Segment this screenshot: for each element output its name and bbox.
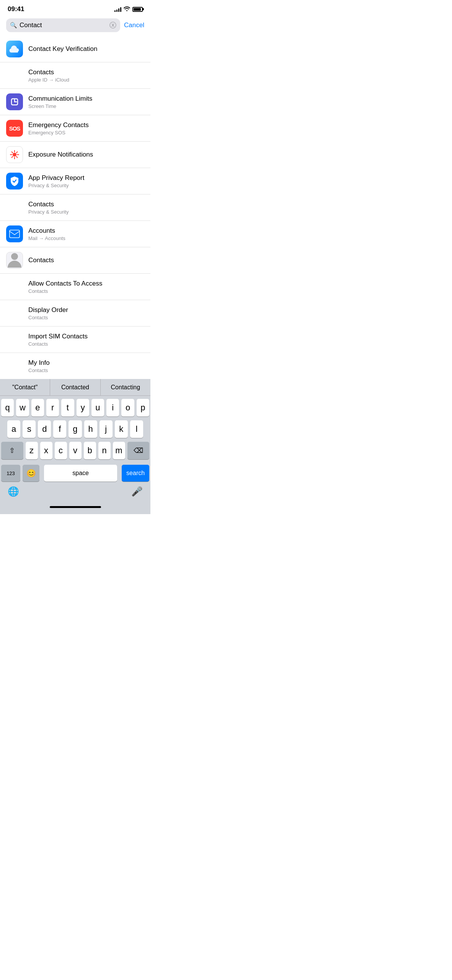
sos-icon: SOS <box>6 120 23 137</box>
clear-button[interactable]: ⓧ <box>109 22 116 29</box>
result-item-contact-key-verification[interactable]: Contact Key Verification <box>0 36 150 62</box>
result-title: Allow Contacts To Access <box>28 280 102 287</box>
result-text: Accounts Mail → Accounts <box>28 227 65 241</box>
result-subtitle: Contacts <box>28 368 50 373</box>
wifi-icon <box>124 6 130 12</box>
key-u[interactable]: u <box>91 399 104 416</box>
result-subtitle: Apple ID → iCloud <box>28 77 69 83</box>
autocomplete-item-0[interactable]: "Contact" <box>0 379 50 395</box>
result-title: Import SIM Contacts <box>28 333 88 340</box>
svg-line-11 <box>16 152 18 153</box>
key-z[interactable]: z <box>26 442 38 459</box>
key-e[interactable]: e <box>31 399 44 416</box>
autocomplete-item-1[interactable]: Contacted <box>50 379 100 395</box>
key-b[interactable]: b <box>84 442 96 459</box>
result-subtitle: Mail → Accounts <box>28 235 65 241</box>
key-w[interactable]: w <box>16 399 29 416</box>
result-text: Communication Limits Screen Time <box>28 95 92 109</box>
key-row-1: q w e r t y u i o p <box>1 399 149 416</box>
signal-icon <box>114 7 121 12</box>
result-item-exposure-notifications[interactable]: Exposure Notifications <box>0 142 150 168</box>
key-j[interactable]: j <box>100 420 113 438</box>
space-key[interactable]: space <box>44 465 117 482</box>
no-icon-placeholder <box>6 331 23 348</box>
key-row-3: ⇧ z x c v b n m ⌫ <box>1 442 149 459</box>
key-i[interactable]: i <box>106 399 119 416</box>
result-item-emergency-contacts[interactable]: SOS Emergency Contacts Emergency SOS <box>0 115 150 142</box>
results-list: Contact Key Verification Contacts Apple … <box>0 36 150 379</box>
key-m[interactable]: m <box>113 442 125 459</box>
result-text: Exposure Notifications <box>28 151 93 158</box>
result-text: Contacts Privacy & Security <box>28 201 69 215</box>
key-r[interactable]: r <box>46 399 59 416</box>
search-input-wrapper[interactable]: 🔍 ⓧ <box>6 18 120 32</box>
no-icon-placeholder <box>6 67 23 84</box>
key-n[interactable]: n <box>98 442 111 459</box>
search-input[interactable] <box>20 21 107 29</box>
shift-key[interactable]: ⇧ <box>1 442 23 459</box>
result-item-allow-contacts-access[interactable]: Allow Contacts To Access Contacts <box>0 274 150 300</box>
search-icon: 🔍 <box>10 22 17 29</box>
key-q[interactable]: q <box>1 399 14 416</box>
svg-line-9 <box>12 152 13 153</box>
key-l[interactable]: l <box>130 420 143 438</box>
result-subtitle: Contacts <box>28 341 88 347</box>
result-text: Contact Key Verification <box>28 45 97 53</box>
key-d[interactable]: d <box>38 420 51 438</box>
result-text: Contacts <box>28 256 54 264</box>
result-item-communication-limits[interactable]: Communication Limits Screen Time <box>0 89 150 115</box>
key-a[interactable]: a <box>7 420 20 438</box>
key-s[interactable]: s <box>23 420 36 438</box>
result-subtitle: Privacy & Security <box>28 183 84 188</box>
result-title: Emergency Contacts <box>28 121 89 129</box>
globe-mic-row: 🌐 🎤 <box>0 485 150 505</box>
result-item-contacts-privacy[interactable]: Contacts Privacy & Security <box>0 194 150 221</box>
result-item-app-privacy-report[interactable]: App Privacy Report Privacy & Security <box>0 168 150 194</box>
delete-key[interactable]: ⌫ <box>127 442 150 459</box>
result-text: Allow Contacts To Access Contacts <box>28 280 102 294</box>
key-row-2: a s d f g h j k l <box>1 420 149 438</box>
no-icon-placeholder <box>6 199 23 216</box>
result-item-my-info[interactable]: My Info Contacts <box>0 353 150 379</box>
result-text: Display Order Contacts <box>28 306 68 320</box>
autocomplete-item-2[interactable]: Contacting <box>101 379 150 395</box>
key-v[interactable]: v <box>69 442 82 459</box>
svg-line-10 <box>16 157 18 158</box>
key-rows: q w e r t y u i o p a s d f g h j k l ⇧ … <box>0 396 150 465</box>
key-x[interactable]: x <box>40 442 52 459</box>
key-t[interactable]: t <box>61 399 74 416</box>
key-f[interactable]: f <box>53 420 66 438</box>
status-bar: 09:41 <box>0 0 150 15</box>
battery-icon <box>132 7 143 12</box>
autocomplete-bar: "Contact" Contacted Contacting <box>0 379 150 396</box>
keyboard: "Contact" Contacted Contacting q w e r t… <box>0 379 150 514</box>
result-subtitle: Privacy & Security <box>28 209 69 215</box>
icloud-icon <box>6 41 23 57</box>
privacy-icon <box>6 173 23 189</box>
cancel-button[interactable]: Cancel <box>124 21 144 29</box>
result-item-display-order[interactable]: Display Order Contacts <box>0 300 150 327</box>
key-y[interactable]: y <box>77 399 89 416</box>
numbers-key[interactable]: 123 <box>1 465 20 482</box>
result-item-contacts-app[interactable]: Contacts <box>0 247 150 274</box>
key-k[interactable]: k <box>115 420 128 438</box>
key-p[interactable]: p <box>137 399 149 416</box>
result-text: Import SIM Contacts Contacts <box>28 333 88 347</box>
key-c[interactable]: c <box>55 442 67 459</box>
svg-rect-13 <box>10 230 20 238</box>
result-text: Emergency Contacts Emergency SOS <box>28 121 89 136</box>
result-item-accounts-mail[interactable]: Accounts Mail → Accounts <box>0 221 150 247</box>
key-h[interactable]: h <box>84 420 97 438</box>
mic-icon[interactable]: 🎤 <box>131 486 143 497</box>
result-item-import-sim-contacts[interactable]: Import SIM Contacts Contacts <box>0 327 150 353</box>
emoji-key[interactable]: 😊 <box>23 465 39 482</box>
result-title: Contacts <box>28 69 69 76</box>
globe-icon: 😊 <box>26 469 36 478</box>
globe-icon[interactable]: 🌐 <box>8 486 19 497</box>
result-title: My Info <box>28 359 50 367</box>
key-o[interactable]: o <box>121 399 134 416</box>
result-item-contacts-icloud[interactable]: Contacts Apple ID → iCloud <box>0 62 150 89</box>
search-key[interactable]: search <box>122 465 149 482</box>
key-g[interactable]: g <box>69 420 82 438</box>
result-title: Contacts <box>28 201 69 208</box>
